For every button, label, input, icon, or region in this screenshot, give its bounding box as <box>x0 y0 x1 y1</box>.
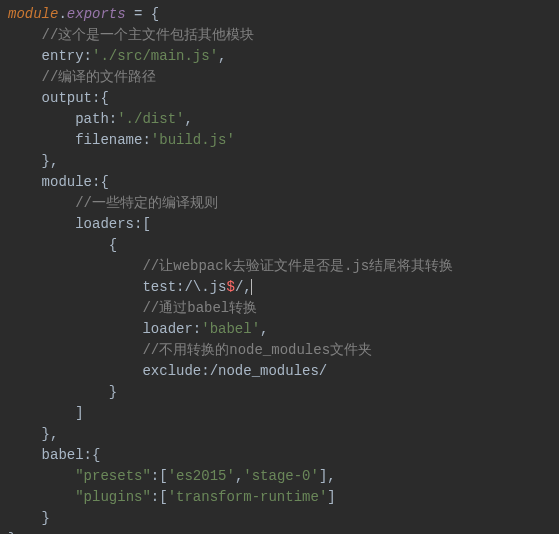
code-line: path:'./dist', <box>8 111 193 127</box>
code-line: test:/\.js$/, <box>8 279 252 295</box>
code-line: exclude:/node_modules/ <box>8 363 327 379</box>
code-line: //不用转换的node_modules文件夹 <box>8 342 372 358</box>
string-literal: 'babel' <box>201 321 260 337</box>
string-literal: 'stage-0' <box>243 468 319 484</box>
code-line: }, <box>8 153 58 169</box>
string-literal: 'es2015' <box>168 468 235 484</box>
code-line: }, <box>8 426 58 442</box>
code-line: loaders:[ <box>8 216 151 232</box>
string-literal: 'build.js' <box>151 132 235 148</box>
code-line: module:{ <box>8 174 109 190</box>
string-literal: './dist' <box>117 111 184 127</box>
string-literal: "presets" <box>75 468 151 484</box>
code-line: "presets":['es2015','stage-0'], <box>8 468 336 484</box>
code-line: //这个是一个主文件包括其他模块 <box>8 27 254 43</box>
comment: //编译的文件路径 <box>8 69 156 85</box>
code-line: { <box>8 237 117 253</box>
code-line: module.exports = { <box>8 6 159 22</box>
comment: //一些特定的编译规则 <box>8 195 218 211</box>
code-line: //通过babel转换 <box>8 300 257 316</box>
code-line: ] <box>8 405 84 421</box>
code-line: filename:'build.js' <box>8 132 235 148</box>
code-line: entry:'./src/main.js', <box>8 48 226 64</box>
keyword-module: module <box>8 6 58 22</box>
code-line: loader:'babel', <box>8 321 268 337</box>
code-line: "plugins":['transform-runtime'] <box>8 489 336 505</box>
code-line: } <box>8 384 117 400</box>
code-line: output:{ <box>8 90 109 106</box>
code-line: //让webpack去验证文件是否是.js结尾将其转换 <box>8 258 453 274</box>
code-line: //一些特定的编译规则 <box>8 195 218 211</box>
string-literal: 'transform-runtime' <box>168 489 328 505</box>
comment: //通过babel转换 <box>8 300 257 316</box>
comment: //这个是一个主文件包括其他模块 <box>8 27 254 43</box>
string-literal: "plugins" <box>75 489 151 505</box>
text-cursor <box>251 279 252 295</box>
comment: //不用转换的node_modules文件夹 <box>8 342 372 358</box>
string-literal: './src/main.js' <box>92 48 218 64</box>
code-line: } <box>8 510 50 526</box>
code-editor[interactable]: module.exports = { //这个是一个主文件包括其他模块 entr… <box>0 0 559 534</box>
property-exports: exports <box>67 6 126 22</box>
code-line: //编译的文件路径 <box>8 69 156 85</box>
comment: //让webpack去验证文件是否是.js结尾将其转换 <box>8 258 453 274</box>
regex-literal: /node_modules/ <box>210 363 328 379</box>
code-line: babel:{ <box>8 447 100 463</box>
